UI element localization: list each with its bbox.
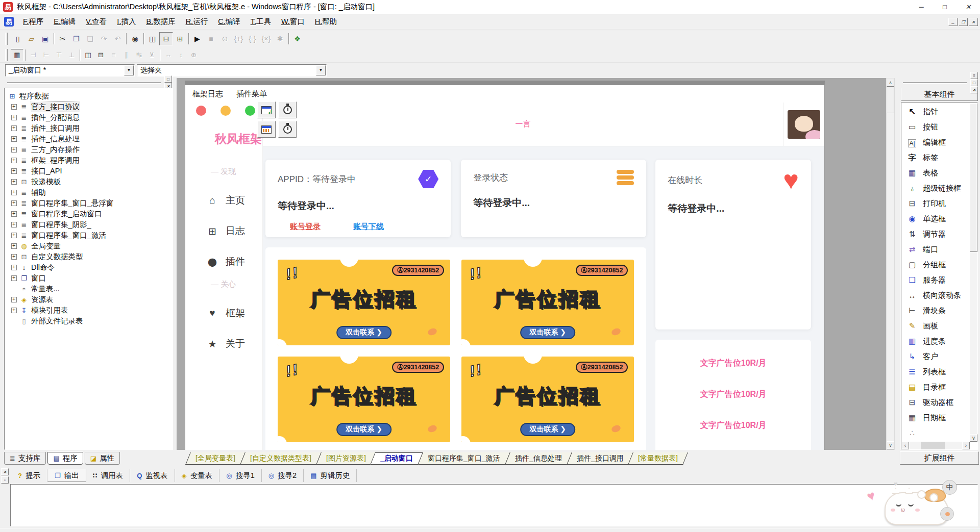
pause-button[interactable]: ✱ — [273, 32, 287, 45]
tree-item[interactable]: 外部文件记录表 — [10, 316, 170, 326]
component-item[interactable]: 超级链接框 — [901, 181, 977, 196]
ad-banner[interactable]: !! Ⓐ2931420852 广告位招租 双击联系 ❯ — [278, 260, 450, 345]
tree-expander-icon[interactable] — [11, 308, 17, 313]
banner-contact-button[interactable]: 双击联系 ❯ — [520, 423, 575, 436]
tree-item[interactable]: 官方_接口协议 — [10, 102, 170, 112]
output-tab[interactable]: 监视表 — [130, 469, 175, 482]
banner-contact-button[interactable]: 双击联系 ❯ — [336, 326, 391, 339]
scroll-down-icon[interactable]: ∨ — [887, 441, 894, 449]
form-designer-canvas[interactable]: 框架日志插件菜单 ↲ 秋风框架 — [177, 78, 886, 450]
document-tab[interactable]: 窗口程序集_窗口_激活 — [418, 452, 510, 465]
output-tab[interactable]: 提示 — [11, 469, 47, 482]
toolbar-separator[interactable] — [142, 32, 145, 45]
toolbar-separator[interactable] — [52, 32, 56, 45]
component-item[interactable]: 驱动器框 — [901, 395, 977, 410]
scroll-left-icon[interactable]: ‹ — [901, 442, 909, 449]
menu-item[interactable]: I.插入 — [112, 15, 141, 29]
tree-expander-icon[interactable] — [11, 265, 17, 270]
menu-item[interactable]: H.帮助 — [310, 15, 342, 29]
tree-expander-icon[interactable] — [11, 200, 17, 206]
component-item[interactable]: 客户 — [901, 349, 977, 364]
tree-expander-icon[interactable] — [11, 136, 17, 142]
text-ad-item[interactable]: 文字广告位10R/月 — [700, 389, 767, 400]
panel-float-button[interactable]: □ — [164, 75, 172, 83]
component-item[interactable]: 滑块条 — [901, 303, 977, 318]
component-item[interactable]: 单选框 — [901, 211, 977, 226]
toolbar-separator[interactable] — [23, 49, 27, 61]
timer-button-2[interactable] — [278, 121, 297, 138]
form-menu-item[interactable]: 插件菜单 — [236, 89, 267, 99]
align-top-button[interactable]: ⊤ — [53, 49, 65, 61]
tree-item[interactable]: 窗口程序集_阴影_ — [10, 219, 170, 230]
timer-button[interactable] — [278, 102, 297, 118]
ad-banner[interactable]: !! Ⓐ2931420852 广告位招租 双击联系 ❯ — [461, 357, 634, 442]
nav-item[interactable]: 框架 — [207, 307, 262, 320]
tree-expander-icon[interactable] — [11, 222, 17, 227]
component-item[interactable]: 指针 — [901, 104, 977, 119]
extra-tool-button[interactable]: ❖ — [290, 32, 304, 45]
chevron-down-icon[interactable]: ▼ — [316, 65, 326, 75]
tree-item[interactable]: 三方_内存操作 — [10, 144, 170, 155]
tree-expander-icon[interactable] — [11, 243, 17, 249]
toolbar-separator[interactable] — [187, 32, 190, 45]
component-item[interactable]: 分组框 — [901, 257, 977, 272]
banner-contact-button[interactable]: 双击联系 ❯ — [520, 326, 575, 339]
run-button[interactable]: ▶ — [190, 32, 204, 45]
window-return-button[interactable]: ↲ — [257, 102, 276, 118]
form-grid-button[interactable]: ▦ — [11, 49, 23, 61]
step-out-button[interactable]: {-} — [246, 32, 259, 45]
window-selector-combobox[interactable]: _启动窗口 * ▼ — [5, 64, 135, 77]
tree-expander-icon[interactable] — [11, 233, 17, 238]
output-tab[interactable]: 变量表 — [175, 469, 220, 482]
traffic-dot-yellow-icon[interactable] — [220, 106, 231, 116]
maximize-button[interactable]: □ — [933, 0, 957, 14]
space-evenly-v-button[interactable]: ≡ — [107, 49, 120, 61]
toolbar-separator[interactable] — [125, 32, 128, 45]
scroll-down-icon[interactable]: ∨ — [970, 434, 977, 442]
menu-item[interactable]: V.查看 — [81, 15, 112, 29]
redo-button[interactable]: ↷ — [97, 32, 111, 45]
menu-item[interactable]: W.窗口 — [276, 15, 310, 29]
output-tab[interactable]: 搜寻2 — [262, 469, 304, 482]
tree-item[interactable]: 辅助 — [10, 187, 170, 198]
align-right-button[interactable]: ⊢ — [40, 49, 53, 61]
window-split-top-button[interactable]: ⊟ — [159, 32, 173, 45]
panel-menu-button[interactable]: ≡ — [970, 72, 978, 79]
tree-expander-icon[interactable] — [11, 125, 17, 131]
fit-both-button[interactable]: ⊕ — [187, 49, 200, 61]
mdi-close-button[interactable]: ✕ — [969, 18, 978, 26]
traffic-dot-red-icon[interactable] — [196, 106, 206, 116]
text-ad-item[interactable]: 文字广告位10R/月 — [700, 420, 767, 431]
tree-expander-icon[interactable] — [11, 115, 17, 120]
tree-expander-icon[interactable] — [11, 211, 17, 217]
copy-button[interactable]: ❐ — [69, 32, 83, 45]
window-split-grid-button[interactable]: ⊞ — [173, 32, 187, 45]
panel-float-button[interactable]: □ — [970, 79, 978, 86]
extended-components-button[interactable]: 扩展组件 — [900, 451, 979, 465]
output-tab[interactable]: 搜寻1 — [219, 469, 261, 482]
step-over-button[interactable]: {×} — [259, 32, 273, 45]
scroll-right-icon[interactable]: › — [962, 442, 970, 449]
undo-button[interactable]: ↶ — [111, 32, 125, 45]
tree-item[interactable]: 资源表 — [10, 294, 170, 305]
find-button[interactable]: ◉ — [128, 32, 142, 45]
scrollbar-thumb[interactable] — [887, 88, 894, 113]
tree-item[interactable]: 投递模板 — [10, 176, 170, 187]
tree-item[interactable]: 接口_API — [10, 166, 170, 176]
tree-expander-icon[interactable] — [11, 286, 17, 292]
component-item[interactable]: 目录框 — [901, 379, 977, 395]
tree-item[interactable]: 常量表... — [10, 284, 170, 294]
new-file-button[interactable]: ▯ — [11, 32, 24, 45]
components-vertical-scrollbar[interactable]: ∨ — [970, 103, 977, 442]
window-bars-button[interactable] — [257, 121, 276, 138]
tree-item[interactable]: 模块引用表 — [10, 305, 170, 316]
tree-item[interactable]: 插件_分配消息 — [10, 112, 170, 123]
tree-item[interactable]: 框架_程序调用 — [10, 155, 170, 166]
document-tab[interactable]: 插件_接口调用 — [567, 452, 633, 465]
component-item[interactable]: 列表框 — [901, 364, 977, 379]
panel-drag-handle[interactable] — [7, 82, 161, 84]
tree-item[interactable]: 窗口程序集_窗口_激活 — [10, 230, 170, 241]
output-content-area[interactable]: 中 ♥ ♥ ω — [10, 484, 978, 526]
fit-height-button[interactable]: ↕ — [175, 49, 187, 61]
tree-item[interactable]: 窗口 — [10, 273, 170, 284]
